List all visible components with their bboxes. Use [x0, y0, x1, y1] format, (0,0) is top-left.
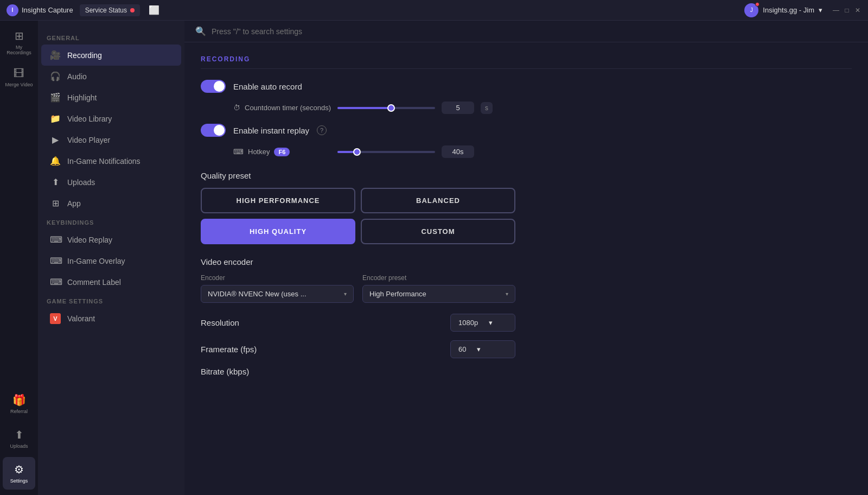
- countdown-unit: s: [481, 102, 493, 114]
- search-input[interactable]: [212, 27, 857, 36]
- monitor-icon[interactable]: ⬜: [149, 5, 159, 15]
- recording-section-title: RECORDING: [201, 55, 852, 69]
- resolution-dropdown[interactable]: 1080p ▾: [450, 314, 515, 332]
- countdown-label: ⏱ Countdown timer (seconds): [233, 104, 331, 112]
- sidebar-item-my-recordings[interactable]: ⊞ My Recordings: [3, 26, 35, 59]
- overlay-icon: ⌨: [50, 256, 61, 266]
- slider-thumb: [387, 104, 395, 112]
- valorant-label: Valorant: [67, 314, 95, 323]
- search-bar: 🔍: [184, 21, 868, 42]
- my-recordings-label: My Recordings: [3, 45, 35, 55]
- settings-panel: RECORDING Enable auto record ⏱ Countdown…: [184, 42, 868, 495]
- sidebar-item-uploads[interactable]: ⬆ Uploads: [3, 422, 35, 455]
- valorant-icon: V: [50, 313, 61, 324]
- sidebar-item-settings[interactable]: ⚙ Settings: [3, 457, 35, 490]
- quality-grid: HIGH PERFORMANCE BALANCED HIGH QUALITY C…: [201, 188, 515, 244]
- sidebar-item-highlight[interactable]: 🎬 Highlight: [41, 87, 181, 108]
- framerate-row: Framerate (fps) 60 ▾: [201, 340, 515, 358]
- service-status-label: Service Status: [85, 7, 127, 14]
- video-encoder-section: Video encoder Encoder NVIDIA® NVENC New …: [201, 257, 852, 303]
- close-button[interactable]: ✕: [854, 7, 861, 14]
- sidebar-item-valorant[interactable]: V Valorant: [41, 308, 181, 329]
- instant-replay-toggle[interactable]: [201, 124, 226, 137]
- service-status-tab[interactable]: Service Status: [80, 4, 140, 16]
- settings-label: Settings: [10, 478, 28, 484]
- username: Insights.gg - Jim: [763, 6, 814, 14]
- framerate-value: 60: [458, 345, 466, 353]
- replay-value: 40s: [442, 145, 474, 158]
- custom-button[interactable]: CUSTOM: [361, 219, 515, 244]
- notifications-label: In-Game Notifications: [67, 157, 141, 166]
- high-quality-button[interactable]: HIGH QUALITY: [201, 219, 355, 244]
- framerate-dropdown[interactable]: 60 ▾: [450, 340, 515, 358]
- main-layout: ⊞ My Recordings 🎞 Merge Video 🎁 Referral…: [0, 21, 868, 495]
- highlight-icon: 🎬: [50, 92, 61, 103]
- resolution-row: Resolution 1080p ▾: [201, 314, 515, 332]
- sidebar-item-comment-label[interactable]: ⌨ Comment Label: [41, 271, 181, 293]
- video-player-label: Video Player: [67, 136, 110, 144]
- encoder-col: Encoder NVIDIA® NVENC New (uses ... ▾: [201, 274, 354, 303]
- sidebar-item-video-library[interactable]: 📁 Video Library: [41, 108, 181, 129]
- icon-bar: ⊞ My Recordings 🎞 Merge Video 🎁 Referral…: [0, 21, 38, 495]
- titlebar: I Insights Capture Service Status ⬜ J In…: [0, 0, 868, 21]
- resolution-dropdown-arrow: ▾: [489, 319, 493, 327]
- sidebar-item-in-game-overlay[interactable]: ⌨ In-Game Overlay: [41, 250, 181, 271]
- sidebar-item-app[interactable]: ⊞ App: [41, 193, 181, 214]
- notification-badge: [755, 2, 760, 7]
- video-player-icon: ▶: [50, 135, 61, 145]
- encoder-value: NVIDIA® NVENC New (uses ...: [208, 290, 307, 298]
- general-section-label: GENERAL: [38, 29, 184, 45]
- video-replay-label: Video Replay: [67, 236, 112, 244]
- sidebar-item-recording[interactable]: 🎥 Recording: [41, 45, 181, 66]
- sidebar-item-merge-video[interactable]: 🎞 Merge Video: [3, 61, 35, 93]
- sidebar-item-audio[interactable]: 🎧 Audio: [41, 66, 181, 87]
- auto-record-toggle[interactable]: [201, 80, 226, 93]
- recording-icon: 🎥: [50, 50, 61, 60]
- sidebar-item-in-game-notifications[interactable]: 🔔 In-Game Notifications: [41, 150, 181, 172]
- keybindings-section-label: KEYBINDINGS: [38, 214, 184, 229]
- resolution-value: 1080p: [458, 319, 478, 327]
- window-controls: — □ ✕: [832, 7, 861, 14]
- sidebar-item-referral[interactable]: 🎁 Referral: [3, 388, 35, 420]
- my-recordings-icon: ⊞: [15, 29, 24, 42]
- settings-icon: ⚙: [14, 463, 24, 476]
- app-name: Insights Capture: [22, 6, 73, 14]
- bitrate-row: Bitrate (kbps): [201, 367, 515, 376]
- countdown-slider[interactable]: [337, 107, 435, 109]
- recording-label: Recording: [67, 51, 102, 60]
- uploads-label: Uploads: [10, 443, 28, 449]
- content-area: 🔍 RECORDING Enable auto record ⏱ Countdo…: [184, 21, 868, 495]
- sidebar-item-uploads[interactable]: ⬆ Uploads: [41, 172, 181, 193]
- bitrate-label: Bitrate (kbps): [201, 367, 249, 376]
- uploads-sidebar-label: Uploads: [67, 178, 95, 187]
- quality-preset-title: Quality preset: [201, 171, 852, 180]
- encoder-preset-dropdown-arrow: ▾: [506, 291, 508, 297]
- referral-icon: 🎁: [12, 394, 26, 407]
- chevron-down-icon: ▾: [819, 6, 822, 14]
- overlay-label: In-Game Overlay: [67, 257, 125, 265]
- user-area[interactable]: J Insights.gg - Jim ▾: [744, 3, 822, 17]
- framerate-dropdown-arrow: ▾: [477, 345, 481, 353]
- sidebar-item-video-player[interactable]: ▶ Video Player: [41, 129, 181, 150]
- encoder-dropdown-arrow: ▾: [344, 291, 347, 297]
- balanced-button[interactable]: BALANCED: [361, 188, 515, 213]
- video-replay-icon: ⌨: [50, 234, 61, 245]
- help-icon[interactable]: ?: [317, 125, 327, 135]
- encoder-dropdown[interactable]: NVIDIA® NVENC New (uses ... ▾: [201, 285, 354, 303]
- keyboard-icon: ⌨: [233, 148, 244, 156]
- comment-label-label: Comment Label: [67, 278, 121, 287]
- encoder-preset-dropdown[interactable]: High Performance ▾: [362, 285, 515, 303]
- high-performance-button[interactable]: HIGH PERFORMANCE: [201, 188, 355, 213]
- replay-slider[interactable]: [337, 151, 435, 153]
- minimize-button[interactable]: —: [832, 7, 840, 14]
- avatar: J: [744, 3, 758, 17]
- maximize-button[interactable]: □: [843, 7, 851, 14]
- video-library-label: Video Library: [67, 115, 112, 123]
- audio-label: Audio: [67, 72, 87, 81]
- sidebar: GENERAL 🎥 Recording 🎧 Audio 🎬 Highlight …: [38, 21, 184, 495]
- slider-fill: [337, 107, 391, 109]
- notifications-icon: 🔔: [50, 156, 61, 166]
- hotkey-label: ⌨ Hotkey F6: [233, 148, 331, 156]
- countdown-row: ⏱ Countdown timer (seconds) 5 s: [233, 101, 852, 114]
- sidebar-item-video-replay[interactable]: ⌨ Video Replay: [41, 229, 181, 250]
